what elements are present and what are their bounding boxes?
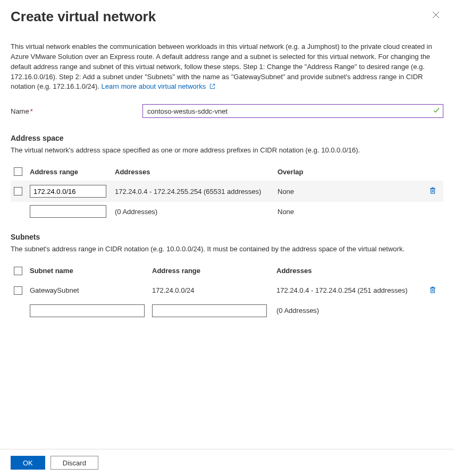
- trash-icon: [429, 286, 436, 295]
- subnet-row: GatewaySubnet 172.24.0.0/24 172.24.0.4 -…: [11, 280, 443, 301]
- subnet-select-all-checkbox[interactable]: [14, 267, 22, 275]
- learn-more-label: Learn more about virtual networks: [102, 82, 206, 90]
- subnet-row-name: GatewaySubnet: [30, 286, 152, 294]
- col-addresses: Addresses: [115, 168, 278, 176]
- address-row-addresses-empty: (0 Addresses): [115, 208, 278, 216]
- svg-rect-10: [431, 288, 435, 293]
- description-text: This virtual network enables the communi…: [11, 42, 443, 92]
- close-icon: [432, 11, 440, 21]
- subnet-row-addresses: 172.24.0.4 - 172.24.0.254 (251 addresses…: [276, 286, 422, 294]
- subnets-desc: The subnet's address range in CIDR notat…: [11, 244, 443, 254]
- address-row-overlap-empty: None: [278, 208, 422, 216]
- description-body: This virtual network enables the communi…: [11, 42, 432, 90]
- external-link-icon: [209, 82, 215, 92]
- address-space-desc: The virtual network's address space spec…: [11, 146, 443, 155]
- subnet-row-addresses-empty: (0 Addresses): [276, 307, 422, 314]
- page-title: Create virtual network: [11, 8, 156, 25]
- close-button[interactable]: [428, 8, 443, 23]
- address-row-empty: (0 Addresses) None: [11, 202, 443, 221]
- subnets-title: Subnets: [11, 233, 443, 241]
- learn-more-link[interactable]: Learn more about virtual networks: [102, 82, 215, 90]
- delete-address-button[interactable]: [425, 184, 440, 199]
- address-row-checkbox[interactable]: [14, 187, 22, 196]
- svg-rect-3: [431, 189, 435, 193]
- address-space-title: Address space: [11, 134, 443, 142]
- name-input[interactable]: [142, 104, 443, 118]
- subnet-row-checkbox[interactable]: [14, 286, 22, 295]
- col-address-range: Address range: [30, 168, 115, 176]
- address-select-all-checkbox[interactable]: [14, 167, 22, 176]
- trash-icon: [429, 186, 436, 196]
- discard-button[interactable]: Discard: [51, 456, 98, 470]
- address-row: 172.24.0.4 - 172.24.255.254 (65531 addre…: [11, 181, 443, 202]
- address-row-overlap: None: [278, 188, 422, 196]
- address-range-input-empty[interactable]: [30, 205, 106, 218]
- col-subnet-name: Subnet name: [30, 267, 152, 275]
- subnet-range-input[interactable]: [152, 304, 267, 317]
- address-range-input[interactable]: [30, 185, 106, 198]
- col-overlap: Overlap: [278, 168, 422, 176]
- required-indicator: *: [30, 107, 33, 115]
- subnet-row-range: 172.24.0.0/24: [152, 286, 276, 294]
- ok-button[interactable]: OK: [11, 456, 45, 470]
- col-subnet-addresses: Addresses: [276, 267, 422, 275]
- address-row-addresses: 172.24.0.4 - 172.24.255.254 (65531 addre…: [115, 188, 278, 196]
- delete-subnet-button[interactable]: [425, 283, 440, 298]
- subnet-name-input[interactable]: [30, 304, 145, 317]
- name-label: Name*: [11, 107, 142, 115]
- subnet-row-empty: (0 Addresses): [11, 301, 443, 320]
- svg-line-2: [212, 84, 214, 87]
- col-subnet-range: Address range: [152, 267, 276, 275]
